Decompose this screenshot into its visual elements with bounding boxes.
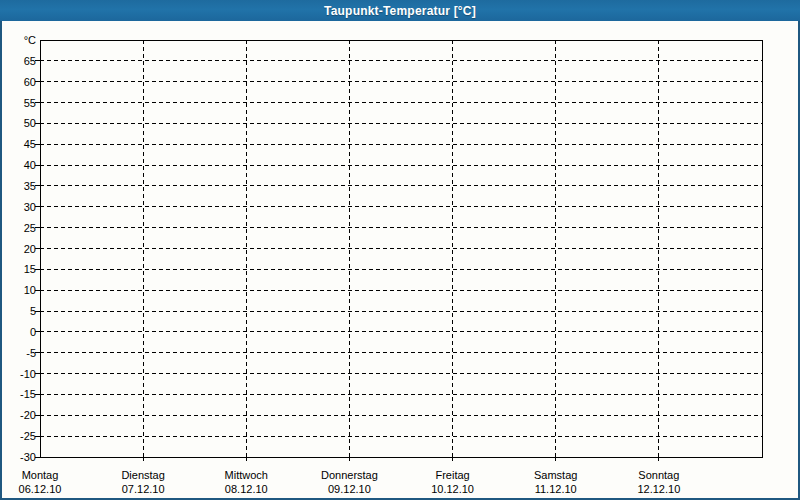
y-tick-label: 15 — [24, 263, 36, 275]
y-tick-label: 60 — [24, 76, 36, 88]
chart-window: Taupunkt-Temperatur [°C] °C6560555045403… — [0, 0, 800, 500]
x-date-label: 12.12.10 — [637, 483, 680, 495]
x-weekday-label: Samstag — [534, 469, 577, 481]
x-date-label: 07.12.10 — [122, 483, 165, 495]
y-tick-label: 25 — [24, 222, 36, 234]
x-weekday-label: Freitag — [435, 469, 469, 481]
chart-plot: °C65605550454035302520151050-5-10-15-20-… — [0, 0, 800, 500]
x-date-label: 08.12.10 — [225, 483, 268, 495]
x-weekday-label: Sonntag — [638, 469, 679, 481]
x-weekday-label: Donnerstag — [321, 469, 378, 481]
y-tick-label: 65 — [24, 55, 36, 67]
y-tick-label: -30 — [20, 451, 36, 463]
y-tick-label: 50 — [24, 117, 36, 129]
y-tick-label: 35 — [24, 180, 36, 192]
x-date-label: 11.12.10 — [535, 483, 577, 495]
x-date-label: 06.12.10 — [19, 483, 62, 495]
window-frame — [1, 1, 799, 499]
chart-title: Taupunkt-Temperatur [°C] — [324, 4, 476, 18]
y-tick-label: 55 — [24, 97, 36, 109]
y-tick-label: 30 — [24, 201, 36, 213]
x-date-label: 10.12.10 — [431, 483, 474, 495]
y-tick-label: -20 — [20, 409, 36, 421]
y-tick-label: 0 — [30, 326, 36, 338]
title-bar[interactable]: Taupunkt-Temperatur [°C] — [0, 0, 800, 21]
y-tick-label: 5 — [30, 305, 36, 317]
y-tick-label: -10 — [20, 368, 36, 380]
y-tick-label: -5 — [26, 347, 36, 359]
y-tick-label: 40 — [24, 159, 36, 171]
y-tick-label: 10 — [24, 284, 36, 296]
y-tick-label: -15 — [20, 388, 36, 400]
x-weekday-label: Dienstag — [121, 469, 164, 481]
y-tick-label: -25 — [20, 430, 36, 442]
y-tick-label: °C — [24, 34, 36, 46]
x-date-label: 09.12.10 — [328, 483, 371, 495]
y-tick-label: 20 — [24, 243, 36, 255]
y-tick-label: 45 — [24, 138, 36, 150]
x-weekday-label: Montag — [22, 469, 59, 481]
x-weekday-label: Mittwoch — [225, 469, 268, 481]
